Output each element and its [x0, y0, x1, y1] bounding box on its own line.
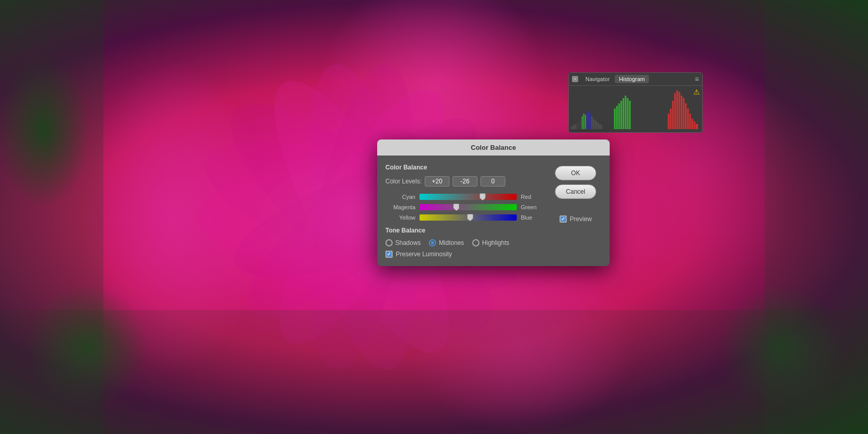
- preserve-luminosity-checkbox[interactable]: [385, 251, 393, 258]
- svg-rect-32: [616, 106, 618, 129]
- svg-rect-48: [687, 109, 689, 129]
- svg-rect-11: [0, 310, 868, 434]
- color-levels-row: Color Levels:: [385, 176, 541, 187]
- tab-navigator[interactable]: Navigator: [581, 75, 614, 83]
- yellow-blue-slider-row: Yellow Blue: [385, 214, 541, 221]
- level-input-2[interactable]: [453, 176, 477, 187]
- magenta-green-thumb[interactable]: [453, 204, 459, 211]
- svg-rect-37: [627, 98, 628, 129]
- shadows-radio[interactable]: Shadows: [385, 239, 421, 246]
- svg-rect-34: [621, 101, 622, 129]
- shadows-label: Shadows: [395, 239, 421, 246]
- level-input-3[interactable]: [481, 176, 505, 187]
- svg-rect-21: [586, 113, 587, 129]
- dialog-left: Color Balance Color Levels: Cyan Red Mag…: [385, 164, 541, 258]
- svg-rect-38: [629, 101, 631, 129]
- histogram-panel: × Navigator Histogram ≡: [568, 72, 703, 133]
- svg-rect-43: [676, 90, 678, 129]
- highlights-radio-circle: [472, 239, 479, 246]
- svg-rect-42: [674, 93, 676, 129]
- svg-rect-45: [681, 96, 683, 129]
- svg-rect-46: [683, 98, 685, 129]
- magenta-green-slider-row: Magenta Green: [385, 204, 541, 210]
- svg-rect-19: [583, 114, 584, 129]
- histogram-titlebar: × Navigator Histogram ≡: [569, 73, 702, 86]
- highlights-radio[interactable]: Highlights: [472, 239, 509, 246]
- midtones-radio-circle: [429, 239, 436, 246]
- level-input-1[interactable]: [425, 176, 450, 187]
- svg-rect-41: [672, 101, 674, 129]
- svg-rect-47: [685, 103, 687, 129]
- close-button[interactable]: ×: [572, 76, 578, 82]
- green-label: Green: [521, 204, 541, 210]
- warning-icon: ⚠: [693, 88, 700, 96]
- svg-rect-24: [592, 116, 593, 129]
- preview-row: Preview: [560, 215, 592, 223]
- svg-rect-28: [598, 123, 599, 129]
- dialog-body: Color Balance Color Levels: Cyan Red Mag…: [377, 156, 610, 266]
- color-balance-dialog: Color Balance Color Balance Color Levels…: [377, 140, 610, 266]
- preview-label: Preview: [570, 215, 592, 223]
- dialog-titlebar: Color Balance: [377, 140, 610, 156]
- svg-rect-29: [599, 124, 600, 129]
- midtones-label: Midtones: [439, 239, 464, 246]
- svg-rect-14: [575, 124, 576, 129]
- svg-rect-17: [580, 119, 581, 129]
- dialog-right: OK Cancel Preview: [550, 164, 601, 258]
- preview-checkbox[interactable]: [560, 215, 567, 223]
- svg-rect-30: [601, 125, 602, 129]
- highlights-label: Highlights: [482, 239, 509, 246]
- cyan-red-slider[interactable]: [420, 194, 517, 200]
- svg-rect-31: [614, 109, 615, 129]
- svg-rect-18: [582, 116, 583, 129]
- tab-histogram[interactable]: Histogram: [615, 75, 649, 83]
- svg-rect-40: [670, 109, 672, 129]
- preserve-luminosity-row[interactable]: Preserve Luminosity: [385, 251, 541, 258]
- svg-rect-49: [689, 114, 691, 129]
- cyan-label: Cyan: [385, 194, 415, 200]
- magenta-label: Magenta: [385, 204, 415, 210]
- blue-label: Blue: [521, 214, 541, 221]
- svg-rect-22: [588, 111, 589, 129]
- yellow-blue-thumb[interactable]: [467, 214, 473, 221]
- svg-rect-35: [623, 98, 624, 129]
- svg-rect-51: [694, 121, 695, 129]
- ok-button[interactable]: OK: [555, 166, 596, 180]
- midtones-radio[interactable]: Midtones: [429, 239, 464, 246]
- svg-rect-26: [595, 120, 596, 129]
- tone-balance-section: Tone Balance Shadows Midtones Highlights: [385, 227, 541, 258]
- yellow-blue-slider[interactable]: [420, 214, 517, 221]
- svg-rect-25: [593, 119, 594, 129]
- svg-rect-13: [573, 125, 575, 129]
- svg-rect-50: [691, 119, 693, 129]
- magenta-green-slider[interactable]: [420, 204, 517, 210]
- svg-rect-27: [596, 121, 597, 129]
- svg-rect-20: [585, 115, 586, 129]
- svg-rect-39: [668, 114, 670, 129]
- preserve-luminosity-label: Preserve Luminosity: [396, 251, 452, 258]
- svg-rect-44: [678, 92, 680, 129]
- red-label: Red: [521, 194, 541, 200]
- svg-rect-52: [696, 124, 698, 129]
- cyan-red-thumb[interactable]: [479, 193, 486, 200]
- section-color-balance-label: Color Balance: [385, 164, 541, 171]
- histogram-tabs: Navigator Histogram: [581, 75, 694, 83]
- tone-radio-row: Shadows Midtones Highlights: [385, 239, 541, 246]
- cyan-red-slider-row: Cyan Red: [385, 194, 541, 200]
- svg-rect-33: [618, 103, 620, 129]
- dialog-title: Color Balance: [471, 144, 516, 151]
- cancel-button[interactable]: Cancel: [555, 184, 596, 199]
- shadows-radio-circle: [385, 239, 393, 246]
- svg-rect-16: [579, 121, 580, 129]
- histogram-content: ⚠: [569, 86, 702, 132]
- menu-icon[interactable]: ≡: [695, 75, 699, 83]
- histogram-chart: [571, 88, 700, 129]
- svg-rect-36: [625, 96, 626, 129]
- svg-rect-12: [571, 127, 572, 129]
- svg-rect-23: [590, 114, 591, 129]
- svg-rect-15: [577, 123, 578, 129]
- section-tone-balance-label: Tone Balance: [385, 227, 541, 234]
- yellow-label: Yellow: [385, 214, 415, 221]
- color-levels-label: Color Levels:: [385, 178, 422, 185]
